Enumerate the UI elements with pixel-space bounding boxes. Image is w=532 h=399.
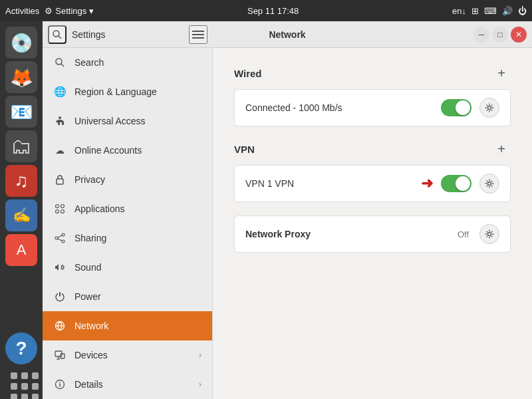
svg-line-6 bbox=[61, 64, 64, 66]
wired-toggle[interactable] bbox=[441, 99, 471, 116]
sidebar-item-label: Search bbox=[74, 57, 201, 68]
topbar-center: Sep 11 17:48 bbox=[247, 6, 299, 16]
proxy-section: Network Proxy Off bbox=[234, 215, 511, 253]
minimize-button[interactable]: ─ bbox=[473, 27, 489, 43]
wired-card-row: Connected - 1000 Mb/s bbox=[235, 90, 510, 126]
dock-show-apps[interactable] bbox=[5, 367, 37, 399]
sidebar-item-label: Privacy bbox=[74, 174, 201, 185]
topbar-locale[interactable]: en↓ bbox=[452, 6, 466, 16]
sidebar-item-devices[interactable]: Devices › bbox=[43, 340, 212, 370]
wired-section-title: Wired bbox=[234, 68, 262, 79]
sidebar-item-universal-access[interactable]: Universal Access bbox=[43, 106, 212, 136]
topbar-volume-icon[interactable]: 🔊 bbox=[502, 6, 513, 16]
dock-app-firefox[interactable]: 🦊 bbox=[5, 61, 37, 93]
vpn-toggle[interactable] bbox=[441, 175, 471, 192]
svg-point-15 bbox=[62, 240, 65, 243]
proxy-settings-button[interactable] bbox=[479, 224, 499, 244]
wired-add-button[interactable]: + bbox=[492, 64, 511, 82]
svg-point-0 bbox=[53, 31, 59, 37]
proxy-status-label: Off bbox=[458, 229, 469, 239]
vpn-card: VPN 1 VPN ➜ bbox=[234, 165, 511, 202]
svg-point-11 bbox=[56, 210, 59, 213]
topbar-power-icon[interactable]: ⏻ bbox=[518, 6, 527, 16]
svg-line-16 bbox=[58, 235, 62, 237]
vpn-name-label: VPN 1 VPN bbox=[245, 178, 413, 189]
close-button[interactable]: ✕ bbox=[511, 27, 527, 43]
vpn-add-button[interactable]: + bbox=[492, 140, 511, 158]
settings-app-label: Settings bbox=[55, 6, 86, 16]
search-icon bbox=[52, 29, 63, 40]
proxy-name-label: Network Proxy bbox=[245, 229, 450, 239]
dock-app-help[interactable]: ? bbox=[5, 332, 37, 364]
devices-icon bbox=[53, 348, 66, 362]
lock-icon bbox=[53, 173, 66, 186]
svg-line-17 bbox=[58, 239, 62, 241]
toggle-knob bbox=[456, 100, 470, 115]
titlebar-left: Settings bbox=[43, 25, 213, 44]
maximize-button[interactable]: □ bbox=[492, 27, 508, 43]
vpn-arrow-icon: ➜ bbox=[421, 175, 433, 192]
sidebar-item-details[interactable]: Details › bbox=[43, 370, 212, 399]
chevron-right-icon: › bbox=[199, 350, 201, 360]
dock-app-disks[interactable]: 💿 bbox=[5, 27, 37, 59]
sidebar-item-region-language[interactable]: 🌐 Region & Language bbox=[43, 77, 212, 106]
sidebar-item-sharing[interactable]: Sharing bbox=[43, 223, 212, 253]
gear-icon bbox=[485, 103, 494, 112]
svg-line-1 bbox=[59, 36, 61, 39]
sidebar-item-privacy[interactable]: Privacy bbox=[43, 165, 212, 194]
dock-app-appstore[interactable]: A bbox=[5, 234, 37, 266]
sidebar-item-label: Sharing bbox=[74, 233, 201, 243]
settings-app-menu[interactable]: ⚙ Settings ▾ bbox=[45, 6, 94, 16]
sidebar-item-power[interactable]: Power bbox=[43, 282, 212, 311]
vpn-section-title: VPN bbox=[234, 144, 255, 155]
activities-button[interactable]: Activities bbox=[5, 6, 39, 16]
titlebar-center: Network bbox=[213, 29, 362, 40]
globe-icon: 🌐 bbox=[53, 85, 66, 98]
wired-settings-button[interactable] bbox=[479, 98, 499, 118]
sidebar-item-label: Devices bbox=[74, 350, 191, 360]
hamburger-menu-button[interactable] bbox=[189, 25, 207, 44]
toggle-knob bbox=[456, 176, 470, 191]
svg-point-5 bbox=[56, 59, 62, 65]
settings-window: Settings Network ─ □ ✕ bbox=[43, 21, 532, 399]
window-title-center: Network bbox=[269, 29, 305, 40]
sidebar-item-label: Region & Language bbox=[74, 86, 201, 97]
sidebar-item-network[interactable]: Network bbox=[43, 311, 212, 340]
vpn-settings-button[interactable] bbox=[479, 174, 499, 194]
sidebar-item-label: Sound bbox=[74, 262, 201, 273]
cloud-icon: ☁ bbox=[53, 144, 66, 157]
topbar-right: en↓ ⊞ ⌨ 🔊 ⏻ bbox=[452, 6, 527, 16]
gear-icon bbox=[485, 229, 494, 239]
dock-app-rhythmbox[interactable]: ♫ bbox=[5, 165, 37, 197]
sidebar-item-applications[interactable]: Applications bbox=[43, 194, 212, 223]
sidebar-search-button[interactable] bbox=[48, 25, 66, 44]
sidebar-item-label: Network bbox=[74, 321, 201, 331]
svg-point-7 bbox=[59, 116, 61, 119]
window-controls: ─ □ ✕ bbox=[362, 27, 532, 43]
sound-icon bbox=[53, 261, 66, 274]
dock-app-writer[interactable]: ✍ bbox=[5, 200, 37, 231]
settings-gear-icon: ⚙ bbox=[45, 6, 53, 16]
vpn-card-row: VPN 1 VPN ➜ bbox=[235, 166, 510, 201]
info-icon bbox=[53, 378, 66, 391]
universal-access-icon bbox=[53, 114, 66, 128]
dock-app-thunderbird[interactable]: 📧 bbox=[5, 96, 37, 128]
topbar: Activities ⚙ Settings ▾ Sep 11 17:48 en↓… bbox=[0, 0, 532, 21]
settings-sidebar: Search 🌐 Region & Language Universal Acc… bbox=[43, 48, 213, 399]
svg-point-27 bbox=[488, 106, 491, 110]
dock-app-files[interactable]: 🗂 bbox=[5, 130, 37, 162]
gear-icon bbox=[485, 179, 494, 188]
window-title-left: Settings bbox=[72, 29, 106, 40]
wired-card: Connected - 1000 Mb/s bbox=[234, 89, 511, 126]
vpn-section: VPN + VPN 1 VPN ➜ bbox=[234, 140, 511, 202]
sidebar-item-sound[interactable]: Sound bbox=[43, 253, 212, 282]
sidebar-item-online-accounts[interactable]: ☁ Online Accounts bbox=[43, 136, 212, 165]
window-body: Search 🌐 Region & Language Universal Acc… bbox=[43, 48, 532, 399]
sidebar-item-search[interactable]: Search bbox=[43, 48, 212, 77]
proxy-card: Network Proxy Off bbox=[234, 215, 511, 253]
topbar-keyboard-icon: ⌨ bbox=[484, 6, 497, 16]
search-icon bbox=[53, 56, 66, 69]
wired-section: Wired + Connected - 1000 Mb/s bbox=[234, 64, 511, 126]
applications-icon bbox=[53, 202, 66, 215]
svg-point-9 bbox=[56, 205, 59, 208]
